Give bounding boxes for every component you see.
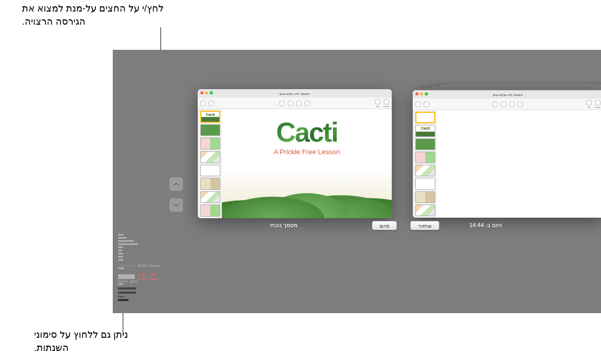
restore-button[interactable]: שחזור — [410, 221, 439, 230]
toolbar-icon — [492, 102, 498, 107]
toolbar-icon — [200, 101, 206, 106]
past-version-window[interactable]: הוספה וידאו בקטאטים תצוגה זום — [413, 90, 601, 218]
current-document-label: מסמך נוכחי — [270, 222, 297, 229]
toolbar-icon — [518, 102, 523, 107]
version-timestamp: היום ב- 14:44 — [469, 222, 502, 229]
slide-subtitle: A Prickle Free Lesson — [274, 148, 340, 156]
version-nav-arrows — [169, 177, 183, 212]
toolbar-icon — [288, 101, 293, 106]
slide-title: Cacti — [276, 119, 337, 146]
timeline-today-label[interactable]: היום — [130, 279, 137, 284]
toolbar-icon — [586, 100, 592, 105]
zoom-icon — [425, 92, 428, 95]
slide-thumbnail[interactable] — [415, 152, 435, 163]
slide-navigator[interactable]: Cacti — [198, 109, 222, 218]
chevron-up-icon — [173, 182, 179, 186]
toolbar-icon — [296, 101, 302, 106]
slide-canvas — [437, 110, 601, 218]
traffic-lights — [415, 92, 428, 95]
chevron-down-icon — [173, 203, 179, 207]
slide-canvas: Cacti A Prickle Free Lesson — [222, 109, 392, 218]
slide-thumbnail[interactable]: Cacti — [200, 111, 220, 123]
minimize-icon[interactable] — [205, 91, 208, 94]
window-titlebar: הוספה וידאו בקטאטים — [413, 90, 601, 99]
callout-timeline: ניתן גם ללחוץ על סימוני השנתות. — [34, 328, 139, 355]
toolbar-icon — [509, 102, 514, 107]
window-title: הוספה וידאו בקטאטים — [493, 93, 523, 97]
slide-thumbnail[interactable] — [200, 205, 220, 217]
close-icon — [415, 92, 418, 95]
toolbar-icon — [280, 101, 285, 106]
toolbar-icon — [375, 99, 380, 104]
toolbar-icon — [501, 102, 506, 107]
window-toolbar: תצוגה זום — [198, 98, 392, 109]
slide-thumbnail[interactable] — [415, 205, 435, 216]
current-document-window[interactable]: הוספה וידאו בקטאטים תצוגה זום — [198, 89, 392, 218]
window-title: הוספה וידאו בקטאטים — [280, 92, 309, 95]
toolbar-icon — [305, 101, 310, 106]
toolbar-icon — [595, 100, 600, 105]
zoom-icon[interactable] — [210, 91, 213, 94]
window-toolbar: תצוגה זום — [413, 99, 601, 110]
toolbar-icon — [424, 102, 429, 107]
traffic-lights[interactable] — [200, 91, 213, 94]
slide-thumbnail[interactable] — [415, 178, 435, 189]
versions-browser: הוספה וידאו בקטאטים תצוגה זום — [113, 50, 601, 313]
slide-thumbnail[interactable]: Cacti — [415, 125, 435, 136]
minimize-icon — [420, 92, 423, 95]
slide-image — [222, 168, 392, 218]
window-titlebar: הוספה וידאו בקטאטים — [198, 89, 392, 98]
slide-thumbnail[interactable] — [200, 178, 220, 190]
slide-thumbnail[interactable] — [200, 165, 220, 177]
next-version-button[interactable] — [169, 198, 183, 212]
slide-thumbnail[interactable] — [415, 138, 435, 150]
close-icon[interactable] — [200, 91, 203, 94]
slide-thumbnail[interactable] — [415, 112, 435, 123]
slide-thumbnail[interactable] — [200, 137, 220, 149]
slide-thumbnail[interactable] — [415, 191, 435, 203]
previous-version-button[interactable] — [169, 177, 183, 191]
slide-thumbnail[interactable] — [200, 191, 220, 204]
timeline-selected-label[interactable]: יום ו׳, 13 ב דצמבר 2019 — [137, 272, 163, 281]
slide-thumbnail[interactable] — [200, 151, 220, 163]
slide-navigator[interactable]: Cacti — [413, 110, 437, 218]
toolbar-icon — [209, 101, 214, 106]
timeline-month-label[interactable]: דצמבר 2019 — [137, 263, 160, 268]
toolbar-icon — [415, 102, 421, 107]
callout-arrows: לחץ/י על החצים על-מנת למצוא את הגירסה הר… — [22, 2, 164, 28]
slide-thumbnail[interactable] — [200, 124, 220, 136]
toolbar-icon — [384, 99, 389, 104]
slide-thumbnail[interactable] — [415, 165, 435, 176]
done-button[interactable]: סיום — [372, 221, 397, 230]
